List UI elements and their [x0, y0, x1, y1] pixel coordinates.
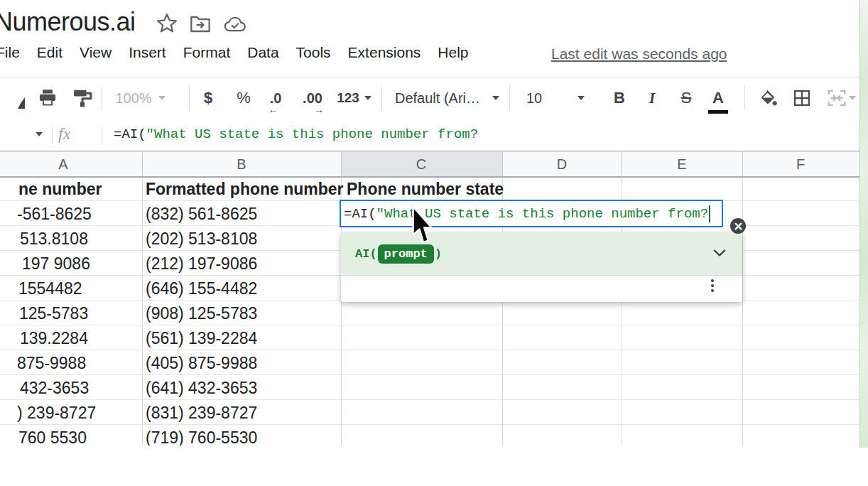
- closing-paren: ): [435, 247, 442, 261]
- more-formats-caret-icon[interactable]: [364, 77, 372, 119]
- cell-a1[interactable]: ne number: [18, 177, 102, 202]
- cell-a4[interactable]: 197 9086: [22, 252, 90, 276]
- cell-a5[interactable]: 1554482: [18, 276, 82, 301]
- range-caret-icon[interactable]: [34, 120, 44, 148]
- cell-a7[interactable]: 139.2284: [20, 326, 88, 351]
- more-options-icon[interactable]: [711, 279, 714, 292]
- column-divider: [502, 152, 503, 176]
- cell-a2[interactable]: -561-8625: [17, 202, 92, 227]
- currency-format-button[interactable]: $: [199, 77, 217, 119]
- cell-b6[interactable]: (908) 125-5783: [146, 301, 257, 326]
- table-row: 760 5530 (719) 760-5530: [0, 426, 859, 446]
- paint-format-button[interactable]: [68, 77, 97, 119]
- close-icon[interactable]: [730, 218, 746, 234]
- fx-icon: fx: [58, 124, 70, 144]
- merge-caret-icon[interactable]: [848, 77, 857, 119]
- print-button[interactable]: [35, 77, 60, 119]
- popup-footer: [341, 276, 742, 301]
- cell-a9[interactable]: 432-3653: [20, 376, 89, 401]
- column-header-c[interactable]: C: [400, 152, 443, 176]
- editor-formula-prefix: =AI(: [344, 206, 376, 222]
- toolbar-divider: [509, 86, 510, 110]
- italic-button[interactable]: I: [642, 77, 662, 119]
- strikethrough-button[interactable]: S: [676, 77, 696, 119]
- decrease-decimal-arrow-icon: ←: [268, 104, 278, 115]
- borders-button[interactable]: [790, 77, 814, 119]
- ai-function-name: AI(: [355, 247, 377, 261]
- cell-a8[interactable]: 875-9988: [17, 351, 86, 376]
- table-row: 125-5783 (908) 125-5783: [0, 301, 859, 326]
- background-strip: [859, 0, 868, 448]
- column-header-f[interactable]: F: [779, 152, 822, 176]
- column-divider: [341, 152, 342, 176]
- menu-item-file[interactable]: File: [0, 44, 20, 61]
- document-title[interactable]: Numerous.ai: [0, 7, 136, 37]
- column-header-row: A B C D E F: [0, 151, 859, 178]
- cell-b11[interactable]: (719) 760-5530: [146, 426, 257, 446]
- more-formats-button[interactable]: 123: [334, 77, 362, 119]
- menu-item-extensions[interactable]: Extensions: [348, 44, 421, 61]
- column-header-e[interactable]: E: [661, 152, 703, 176]
- font-caret-icon[interactable]: [492, 77, 500, 119]
- menu-item-help[interactable]: Help: [438, 44, 468, 61]
- ai-function-suggestion[interactable]: AI(prompt): [341, 232, 742, 276]
- zoom-select[interactable]: 100%: [114, 77, 153, 119]
- cell-editor-c2[interactable]: =AI("What US state is this phone number …: [340, 200, 723, 227]
- menu-item-insert[interactable]: Insert: [129, 44, 166, 61]
- font-select[interactable]: Default (Ari…: [395, 77, 494, 119]
- menu-bar: File Edit View Insert Format Data Tools …: [0, 44, 469, 61]
- cell-b10[interactable]: (831) 239-8727: [146, 401, 257, 426]
- cell-b1[interactable]: Formatted phone number: [146, 177, 344, 202]
- column-header-b[interactable]: B: [220, 152, 263, 176]
- formula-bar[interactable]: fx =AI("What US state is this phone numb…: [0, 120, 868, 151]
- formula-input[interactable]: =AI("What US state is this phone number …: [114, 120, 478, 149]
- menu-item-format[interactable]: Format: [183, 44, 231, 61]
- cell-a11[interactable]: 760 5530: [18, 426, 87, 446]
- cell-b4[interactable]: (212) 197-9086: [146, 252, 257, 276]
- bold-button[interactable]: B: [609, 77, 629, 119]
- increase-decimal-button[interactable]: .00 →: [298, 77, 327, 119]
- zoom-caret-icon[interactable]: [158, 77, 166, 119]
- cell-b8[interactable]: (405) 875-9988: [146, 351, 257, 376]
- menu-item-edit[interactable]: Edit: [37, 44, 63, 61]
- table-row: ) 239-8727 (831) 239-8727: [0, 401, 859, 426]
- font-size-caret-icon[interactable]: [577, 77, 585, 119]
- table-header-row: ne number Formatted phone number Phone n…: [0, 177, 859, 202]
- last-edit-status[interactable]: Last edit was seconds ago: [551, 45, 727, 63]
- cell-a3[interactable]: 513.8108: [20, 227, 88, 252]
- star-icon[interactable]: [156, 12, 178, 35]
- column-divider: [622, 152, 622, 176]
- menu-item-data[interactable]: Data: [247, 44, 278, 61]
- cell-b2[interactable]: (832) 561-8625: [146, 202, 257, 227]
- column-header-a[interactable]: A: [42, 152, 85, 176]
- toolbar-divider: [744, 86, 745, 110]
- mouse-cursor: [411, 205, 433, 245]
- chevron-down-icon[interactable]: [712, 248, 727, 258]
- cell-c1[interactable]: Phone number state: [347, 177, 504, 202]
- cropped-toolbar-icon: [18, 97, 25, 109]
- menu-item-tools[interactable]: Tools: [296, 44, 331, 61]
- cell-b7[interactable]: (561) 139-2284: [146, 326, 257, 351]
- cloud-saved-icon[interactable]: [223, 14, 246, 37]
- column-divider: [142, 152, 143, 176]
- cell-a6[interactable]: 125-5783: [19, 301, 88, 326]
- percent-format-button[interactable]: %: [234, 77, 253, 119]
- cell-b3[interactable]: (202) 513-8108: [146, 227, 257, 252]
- cell-a10[interactable]: ) 239-8727: [17, 401, 96, 426]
- cell-b5[interactable]: (646) 155-4482: [146, 276, 257, 301]
- formula-prefix: =AI(: [114, 126, 146, 142]
- cell-b9[interactable]: (641) 432-3653: [146, 376, 257, 401]
- toolbar-divider: [102, 86, 102, 110]
- toolbar-divider: [381, 86, 382, 110]
- column-header-d[interactable]: D: [541, 152, 583, 176]
- decrease-decimal-button[interactable]: .0 ←: [264, 77, 287, 119]
- move-to-folder-icon[interactable]: [189, 14, 212, 36]
- merge-cells-button[interactable]: [824, 77, 850, 119]
- text-color-button[interactable]: A: [708, 86, 728, 114]
- fill-color-button[interactable]: [756, 77, 780, 119]
- font-size-select[interactable]: 10: [523, 77, 545, 119]
- formula-autocomplete-popup[interactable]: AI(prompt): [341, 232, 742, 302]
- increase-decimal-arrow-icon: →: [314, 104, 324, 115]
- table-row: 432-3653 (641) 432-3653: [0, 376, 859, 401]
- menu-item-view[interactable]: View: [80, 44, 112, 61]
